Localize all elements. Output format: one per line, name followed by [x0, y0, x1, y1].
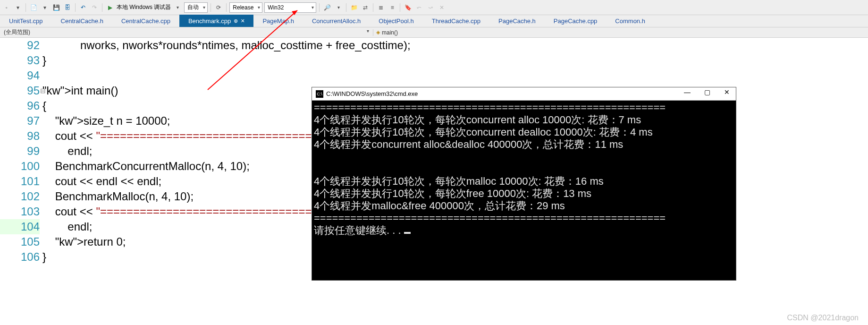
pin-icon[interactable]: ⊕	[234, 18, 238, 24]
code-line[interactable]: nworks, nworks*rounds*ntimes, malloc_cos…	[42, 38, 868, 53]
separator	[319, 3, 320, 12]
close-button[interactable]: ✕	[720, 88, 734, 96]
console-title-text: C:\WINDOWS\system32\cmd.exe	[326, 90, 418, 97]
tab-pagecache-cpp[interactable]: PageCache.cpp	[545, 15, 607, 27]
outdent-icon[interactable]: ≡	[388, 3, 397, 12]
tab-concurrentalloc-h[interactable]: ConcurrentAlloc.h	[303, 15, 370, 27]
undo-icon[interactable]: ↶	[78, 3, 88, 12]
code-line[interactable]	[42, 68, 868, 83]
refresh-icon[interactable]: ⟳	[214, 3, 223, 12]
clear-bookmark-icon[interactable]: ✕	[437, 3, 447, 12]
console-window: C:\ C:\WINDOWS\system32\cmd.exe ― ▢ ✕ ==…	[312, 87, 736, 281]
separator	[75, 3, 76, 12]
nav-fwd-icon[interactable]: ▾	[13, 3, 23, 12]
watermark: CSDN @2021dragon	[787, 314, 859, 322]
tab-pagecache-h[interactable]: PageCache.h	[489, 15, 545, 27]
tab-benchmark-cpp[interactable]: Benchmark.cpp⊕×	[179, 15, 254, 27]
new-file-icon[interactable]: 📄	[29, 3, 38, 12]
platform-combo-label: Win32	[268, 4, 284, 11]
minimize-button[interactable]: ―	[680, 88, 694, 96]
nav-back-icon[interactable]: ◦	[2, 3, 11, 12]
scope-right[interactable]: main()	[373, 29, 401, 36]
folder-icon[interactable]: 📁	[349, 3, 359, 12]
config-combo[interactable]: Release	[229, 2, 262, 13]
console-titlebar[interactable]: C:\ C:\WINDOWS\system32\cmd.exe ― ▢ ✕	[312, 87, 736, 101]
save-icon[interactable]: 💾	[51, 3, 61, 12]
chevron-down-icon[interactable]: ▾	[334, 3, 343, 12]
sync-icon[interactable]: ⇄	[361, 3, 370, 12]
cmd-icon: C:\	[316, 90, 323, 98]
separator	[346, 3, 346, 12]
scope-left-label: (全局范围)	[4, 29, 30, 35]
console-output: ========================================…	[312, 101, 736, 238]
separator	[400, 3, 400, 12]
scope-bar: (全局范围) ▾ main()	[0, 27, 868, 38]
prev-bookmark-icon[interactable]: ⤺	[414, 3, 424, 12]
outline-toggle-icon[interactable]: ⊟	[40, 83, 46, 98]
indent-icon[interactable]: ≣	[376, 3, 386, 12]
platform-combo[interactable]: Win32	[264, 2, 316, 13]
separator	[25, 3, 26, 12]
maximize-button[interactable]: ▢	[700, 88, 714, 96]
code-line[interactable]: }	[42, 53, 868, 68]
separator	[226, 3, 227, 12]
scope-right-label: main()	[382, 29, 398, 36]
tab-centralcache-cpp[interactable]: CentralCache.cpp	[112, 15, 179, 27]
tab-common-h[interactable]: Common.h	[606, 15, 654, 27]
line-gutter: 9293949596979899100101102103104105106	[0, 38, 42, 265]
main-toolbar: ◦ ▾ 📄 ▾ 💾 🗄 ↶ ↷ ▶ 本地 Windows 调试器 ▾ 自动 ⟳ …	[0, 0, 868, 15]
scope-left[interactable]: (全局范围) ▾	[0, 28, 373, 36]
tab-label: Benchmark.cpp	[188, 17, 231, 25]
find-icon[interactable]: 🔎	[322, 3, 332, 12]
close-icon[interactable]: ×	[241, 17, 244, 25]
auto-combo-label: 自动	[187, 3, 199, 11]
redo-icon[interactable]: ↷	[90, 3, 99, 12]
tab-threadcache-cpp[interactable]: ThreadCache.cpp	[423, 15, 489, 27]
chevron-down-icon[interactable]: ▾	[173, 3, 182, 12]
open-icon[interactable]: ▾	[40, 3, 50, 12]
separator	[211, 3, 211, 12]
saveall-icon[interactable]: 🗄	[63, 3, 72, 12]
start-debug-icon[interactable]: ▶	[105, 3, 115, 12]
document-tabs: UnitTest.cppCentralCache.hCentralCache.c…	[0, 15, 868, 27]
debugger-label[interactable]: 本地 Windows 调试器	[117, 3, 171, 11]
next-bookmark-icon[interactable]: ⤻	[426, 3, 435, 12]
tab-objectpool-h[interactable]: ObjectPool.h	[370, 15, 422, 27]
auto-combo[interactable]: 自动	[184, 2, 208, 13]
separator	[373, 3, 373, 12]
bookmark-icon[interactable]: 🔖	[403, 3, 413, 12]
tab-unittest-cpp[interactable]: UnitTest.cpp	[0, 15, 52, 27]
separator	[102, 3, 102, 12]
tab-centralcache-h[interactable]: CentralCache.h	[52, 15, 112, 27]
tab-pagemap-h[interactable]: PageMap.h	[253, 15, 303, 27]
config-combo-label: Release	[233, 4, 253, 11]
